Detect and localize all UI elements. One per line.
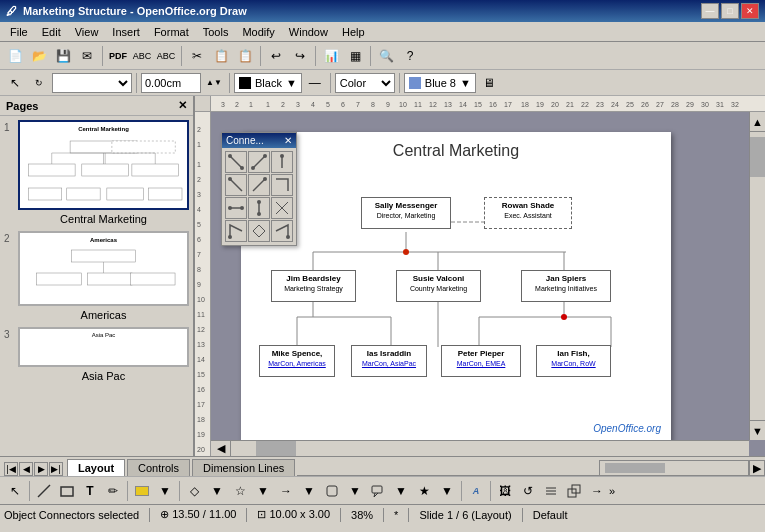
connector-btn-3[interactable] [271,151,293,173]
horizontal-scrollbar[interactable]: ◀ ▶ [211,440,749,456]
connector-btn-7[interactable] [225,197,247,219]
page-thumb-3[interactable]: Asia Pac [18,327,189,367]
paste-button[interactable]: 📋 [234,45,256,67]
menu-view[interactable]: View [69,24,105,40]
text-tool[interactable]: T [79,480,101,502]
connector-btn-2[interactable] [248,151,270,173]
window-controls[interactable]: — □ ✕ [701,3,759,19]
last-sheet-button[interactable]: ▶| [49,462,63,476]
copy-button[interactable]: 📋 [210,45,232,67]
line-color-selector[interactable]: Blue 8 ▼ [404,73,476,93]
connector-btn-9[interactable] [271,197,293,219]
curve-tool[interactable]: ✏ [102,480,124,502]
find-button[interactable]: 🔍 [375,45,397,67]
callout-button[interactable] [367,480,389,502]
menu-edit[interactable]: Edit [36,24,67,40]
float-toolbar-close-button[interactable]: ✕ [284,135,292,146]
spellcheck-button[interactable]: ABC [131,45,153,67]
box-mike[interactable]: Mike Spence, MarCon, Americas [259,345,335,377]
arrow-dropdown[interactable]: ▼ [298,480,320,502]
display-mode-button[interactable]: 🖥 [478,72,500,94]
box-ian-link[interactable]: MarCon, RoW [541,359,606,368]
menu-modify[interactable]: Modify [236,24,280,40]
sheet-scroll-right[interactable]: ▶ [749,460,765,476]
toolbar-more[interactable]: » [609,485,625,497]
box-sally[interactable]: Sally Messenger Director, Marketing [361,197,451,229]
first-sheet-button[interactable]: |◀ [4,462,18,476]
select-tool[interactable]: ↖ [4,480,26,502]
insert-image-button[interactable]: 🖼 [494,480,516,502]
box-jan[interactable]: Jan Spiers Marketing Initiatives [521,270,611,302]
basic-shapes-button[interactable]: ◇ [183,480,205,502]
flowchart-dropdown[interactable]: ▼ [344,480,366,502]
prev-sheet-button[interactable]: ◀ [19,462,33,476]
stars-dropdown[interactable]: ▼ [436,480,458,502]
tab-layout[interactable]: Layout [67,459,125,476]
flowchart-button[interactable] [321,480,343,502]
connector-btn-11[interactable] [248,220,270,242]
page-item-2[interactable]: 2 Americas [4,231,189,321]
menu-insert[interactable]: Insert [106,24,146,40]
pointer-button[interactable]: ↖ [4,72,26,94]
color-dropdown-icon[interactable]: ▼ [286,77,297,89]
symbol-dropdown[interactable]: ▼ [252,480,274,502]
connector-btn-8[interactable] [248,197,270,219]
pages-close-button[interactable]: ✕ [178,99,187,112]
page-item-1[interactable]: 1 Central Marketing [4,120,189,225]
tab-controls[interactable]: Controls [127,459,190,476]
line-tool[interactable] [33,480,55,502]
fontwork-button[interactable]: A [465,480,487,502]
tab-dimension-lines[interactable]: Dimension Lines [192,459,295,476]
connector-btn-12[interactable] [271,220,293,242]
dim-spin[interactable]: ▲▼ [203,72,225,94]
fill-color-button[interactable] [131,480,153,502]
line-style-button[interactable]: — [304,72,326,94]
rotate-button2[interactable]: ↺ [517,480,539,502]
chart-button[interactable]: 📊 [320,45,342,67]
color-selector[interactable]: Black ▼ [234,73,302,93]
vertical-scrollbar[interactable]: ▲ ▼ [749,112,765,440]
tab-order-button[interactable]: → [586,480,608,502]
email-button[interactable]: ✉ [76,45,98,67]
box-ias-link[interactable]: MarCon, AsiaPac [356,359,422,368]
minimize-button[interactable]: — [701,3,719,19]
next-sheet-button[interactable]: ▶ [34,462,48,476]
dimension-input[interactable] [141,73,201,93]
rotate-button[interactable]: ↻ [28,72,50,94]
box-ias[interactable]: Ias Israddin MarCon, AsiaPac [351,345,427,377]
open-button[interactable]: 📂 [28,45,50,67]
spellcheck2-button[interactable]: ABC [155,45,177,67]
fill-dropdown[interactable]: ▼ [154,480,176,502]
font-style-select[interactable] [52,73,132,93]
menu-window[interactable]: Window [283,24,334,40]
sheet-scroll[interactable] [599,460,749,476]
redo-button[interactable]: ↪ [289,45,311,67]
page-thumb-1[interactable]: Central Marketing [18,120,189,210]
menu-format[interactable]: Format [148,24,195,40]
close-button[interactable]: ✕ [741,3,759,19]
align-button[interactable] [540,480,562,502]
maximize-button[interactable]: □ [721,3,739,19]
help-button[interactable]: ? [399,45,421,67]
menu-tools[interactable]: Tools [197,24,235,40]
stars-button[interactable]: ★ [413,480,435,502]
line-color-dropdown-icon[interactable]: ▼ [460,77,471,89]
undo-button[interactable]: ↩ [265,45,287,67]
symbol-shapes-button[interactable]: ☆ [229,480,251,502]
menu-help[interactable]: Help [336,24,371,40]
box-susie[interactable]: Susie Valconi Country Marketing [396,270,481,302]
connector-btn-1[interactable] [225,151,247,173]
new-button[interactable]: 📄 [4,45,26,67]
float-toolbar-title[interactable]: Conne... ✕ [222,133,296,148]
rect-tool[interactable] [56,480,78,502]
box-peter-link[interactable]: MarCon, EMEA [446,359,516,368]
box-rowan[interactable]: Rowan Shade Exec. Assistant [484,197,572,229]
box-jim[interactable]: Jim Beardsley Marketing Strategy [271,270,356,302]
arrow-shapes-button[interactable]: → [275,480,297,502]
color-mode-select[interactable]: Color [335,73,395,93]
connector-btn-4[interactable] [225,174,247,196]
callout-dropdown[interactable]: ▼ [390,480,412,502]
box-peter[interactable]: Peter Pieper MarCon, EMEA [441,345,521,377]
save-button[interactable]: 💾 [52,45,74,67]
box-ian[interactable]: Ian Fish, MarCon, RoW [536,345,611,377]
